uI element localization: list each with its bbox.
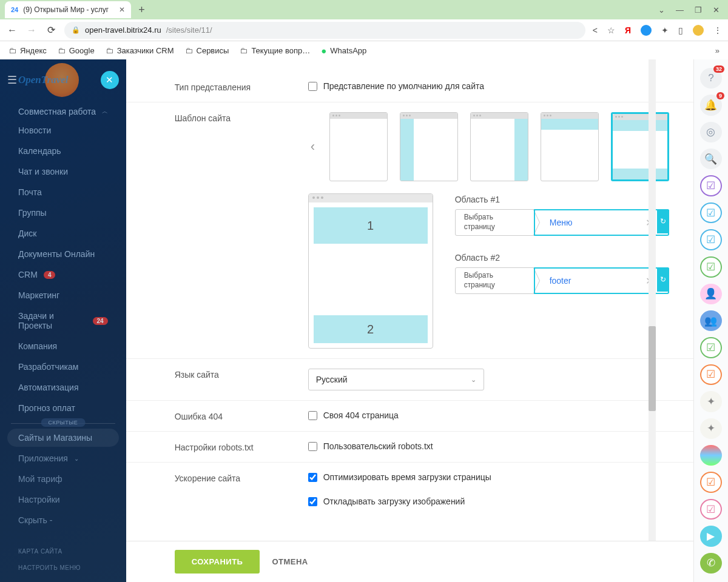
template-prev-button[interactable]: ‹	[308, 139, 317, 155]
bookmark-customers[interactable]: 🗀Заказчики CRM	[106, 46, 174, 55]
sidebar-item-forecast[interactable]: Прогноз оплат	[0, 398, 126, 418]
sidebar-item-groups[interactable]: Группы	[0, 202, 126, 223]
bookmark-whatsapp[interactable]: ●WhatsApp	[321, 45, 366, 56]
folder-icon: 🗀	[8, 46, 16, 55]
share-icon[interactable]: <	[593, 25, 598, 35]
refresh-icon[interactable]: ↻	[657, 209, 669, 233]
sidebar-item-sites[interactable]: Сайты и Магазины	[7, 429, 119, 447]
template-label: Шаблон сайта	[126, 112, 308, 349]
sidebar-item-chat[interactable]: Чат и звонки	[0, 161, 126, 182]
maximize-icon[interactable]: ❐	[695, 5, 702, 15]
save-button[interactable]: СОХРАНИТЬ	[175, 550, 260, 574]
bookmark-yandex[interactable]: 🗀Яндекс	[8, 46, 47, 55]
optimize-load-checkbox[interactable]: Оптимизировать время загрузки страницы	[308, 472, 669, 482]
dock-item-icon[interactable]: ☑	[700, 175, 722, 196]
url-input[interactable]: 🔒 open-travel.bitrix24.ru/sites/site/11/	[64, 22, 585, 39]
browser-tabs-bar: 24 (9) Открытый Мир - услуг ✕ + ⌄ — ❐ ✕	[0, 0, 728, 19]
sidebar-item-company[interactable]: Компания	[0, 336, 126, 356]
sidebar-item-hide[interactable]: Скрыть -	[0, 510, 126, 530]
area1-select-page-button[interactable]: Выбрать страницу	[455, 209, 534, 236]
view-type-label: Тип представления	[126, 81, 308, 92]
bookmark-current[interactable]: 🗀Текущие вопр…	[240, 46, 310, 55]
sidebar-item-tariff[interactable]: Мой тариф	[0, 469, 126, 489]
dock-item-icon[interactable]: ☑	[700, 499, 722, 520]
default-view-checkbox[interactable]: Представление по умолчанию для сайта	[308, 81, 669, 91]
group-icon[interactable]: 👥	[700, 310, 722, 331]
close-panel-button[interactable]: ✕	[101, 71, 119, 89]
extension-icon[interactable]	[641, 25, 652, 36]
bookmark-star-icon[interactable]: ☆	[607, 25, 615, 35]
bookmark-services[interactable]: 🗀Сервисы	[185, 46, 229, 55]
custom-404-checkbox[interactable]: Своя 404 страница	[308, 410, 669, 420]
extensions-icon[interactable]: ✦	[661, 25, 669, 35]
dock-image-icon[interactable]: ✦	[700, 418, 722, 439]
tab-close-icon[interactable]: ✕	[119, 5, 125, 14]
dock-item-icon[interactable]: ☑	[700, 472, 722, 493]
sidebar-item-disk[interactable]: Диск	[0, 223, 126, 244]
folder-icon: 🗀	[185, 46, 193, 55]
area2-select-page-button[interactable]: Выбрать страницу	[455, 267, 534, 294]
sitemap-link[interactable]: КАРТА САЙТА	[18, 543, 108, 560]
right-dock: ?32 🔔9 ◎ 🔍 ☑ ☑ ☑ ☑ 👤 👥 ☑ ☑ ✦ ✦ ☑ ☑ ▶ ✆	[693, 59, 728, 582]
chat-icon[interactable]: ◎	[700, 122, 722, 142]
minimize-icon[interactable]: —	[676, 5, 684, 15]
chevron-down-icon: ⌄	[74, 455, 79, 462]
browser-tab[interactable]: 24 (9) Открытый Мир - услуг ✕	[5, 1, 131, 18]
hamburger-icon[interactable]: ☰	[7, 73, 17, 87]
scrollbar[interactable]	[649, 59, 656, 541]
dock-item-icon[interactable]: ☑	[700, 364, 722, 386]
panel-icon[interactable]: ▯	[678, 25, 683, 35]
sidebar-item-settings[interactable]: Настройки	[0, 489, 126, 510]
dock-item-icon[interactable]: ▶	[700, 526, 722, 546]
refresh-icon[interactable]: ↻	[657, 267, 669, 292]
back-button[interactable]: ←	[6, 25, 18, 36]
close-window-icon[interactable]: ✕	[713, 5, 720, 15]
configure-menu-link[interactable]: НАСТРОИТЬ МЕНЮ	[18, 560, 108, 576]
bookmark-google[interactable]: 🗀Google	[58, 46, 95, 55]
profile-icon[interactable]	[693, 25, 704, 36]
lazy-images-checkbox[interactable]: Откладывать загрузку изображений	[308, 497, 669, 506]
dock-item-icon[interactable]: ☑	[700, 337, 722, 358]
url-domain: open-travel.bitrix24.ru	[85, 25, 161, 35]
dock-image-icon[interactable]: ✦	[700, 391, 722, 412]
phone-icon[interactable]: ✆	[700, 553, 722, 574]
sidebar-section[interactable]: Совместная работа ︿	[0, 101, 126, 120]
sidebar-item-dev[interactable]: Разработчикам	[0, 356, 126, 377]
help-icon[interactable]: ?32	[700, 68, 722, 89]
menu-icon[interactable]: ⋮	[713, 25, 722, 35]
template-option-top[interactable]	[541, 112, 599, 181]
sidebar-item-calendar[interactable]: Календарь	[0, 141, 126, 161]
dock-item-icon[interactable]: ☑	[700, 202, 722, 224]
sidebar-item-apps[interactable]: Приложения ⌄	[0, 448, 126, 469]
avatar-icon[interactable]: 👤	[700, 284, 722, 304]
forward-button[interactable]: →	[25, 25, 38, 36]
sidebar-item-mail[interactable]: Почта	[0, 182, 126, 202]
template-option-blank[interactable]	[329, 112, 388, 181]
layout-preview: 1 2	[308, 193, 433, 349]
language-select[interactable]: Русский ⌄	[308, 369, 484, 390]
tab-favicon: 24	[11, 6, 18, 13]
bookmarks-overflow-icon[interactable]: »	[715, 46, 720, 55]
sidebar-item-crm[interactable]: CRM4	[0, 264, 126, 285]
new-tab-button[interactable]: +	[138, 4, 145, 16]
cancel-button[interactable]: ОТМЕНА	[272, 557, 308, 566]
layout-zone-2: 2	[314, 315, 428, 343]
search-icon[interactable]: 🔍	[700, 149, 722, 169]
reload-button[interactable]: ⟳	[45, 24, 57, 36]
template-option-right[interactable]	[470, 112, 528, 181]
area2-label: Область #2	[455, 253, 669, 263]
sidebar-item-tasks[interactable]: Задачи и Проекты24	[0, 306, 126, 336]
sidebar-item-docs[interactable]: Документы Онлайн	[0, 244, 126, 264]
dock-item-icon[interactable]: ☑	[700, 229, 722, 250]
chevron-down-icon[interactable]: ⌄	[658, 5, 665, 15]
notifications-icon[interactable]: 🔔9	[700, 95, 722, 115]
sidebar-item-news[interactable]: Новости	[0, 120, 126, 141]
dock-item-icon[interactable]: ☑	[700, 256, 722, 278]
sidebar-item-automation[interactable]: Автоматизация	[0, 377, 126, 398]
template-option-topbottom[interactable]	[611, 112, 669, 181]
template-option-left[interactable]	[400, 112, 458, 181]
sidebar-item-marketing[interactable]: Маркетинг	[0, 285, 126, 306]
dock-gradient-icon[interactable]	[700, 445, 722, 466]
custom-robots-checkbox[interactable]: Пользовательский robots.txt	[308, 441, 669, 451]
yandex-icon[interactable]: Я	[625, 25, 631, 35]
